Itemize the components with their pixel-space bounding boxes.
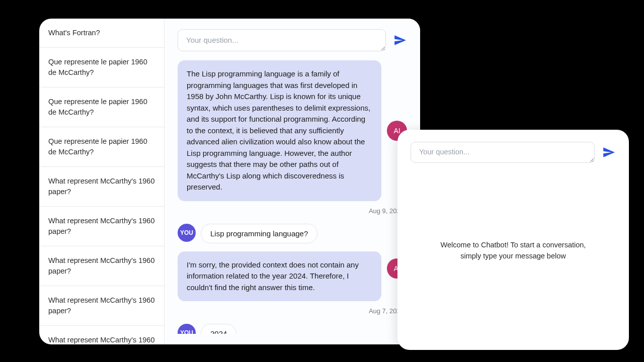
sidebar-item[interactable]: Que represente le papier 1960 de McCarth… [39,87,164,127]
user-message-bubble: Lisp programming language? [201,224,317,243]
message-timestamp: Aug 9, 2024 [178,207,407,215]
overlay-question-input[interactable] [411,142,595,163]
input-row [178,29,407,51]
user-message-row: YOU Lisp programming language? [178,224,407,243]
ai-message-bubble: I'm sorry, the provided context does not… [178,251,381,302]
user-message-bubble: 2024 [201,324,236,334]
user-badge: YOU [178,224,196,242]
ai-message-bubble: The Lisp programming language is a famil… [178,60,381,201]
send-button[interactable] [393,33,407,47]
user-badge: YOU [178,324,196,334]
sidebar-item[interactable]: What represent McCarthy's 1960 paper? [39,207,164,246]
overlay-input-row [411,142,616,163]
sidebar-item[interactable]: Que represente le papier 1960 de McCarth… [39,127,164,167]
sidebar-item[interactable]: What's Fortran? [39,19,164,48]
sidebar-item[interactable]: What represent McCarthy's 1960 paper? [39,167,164,207]
welcome-chat-card: Welcome to Chatbot! To start a conversat… [397,130,629,350]
message-timestamp: Aug 7, 2024 [178,307,407,315]
user-message-row: YOU 2024 [178,324,407,334]
sidebar-item[interactable]: What represent McCarthy's 1960 paper? [39,286,164,326]
conversation-sidebar: What's Fortran? Que represente le papier… [39,19,165,344]
ai-message-row: The Lisp programming language is a famil… [178,60,407,201]
main-chat-card: What's Fortran? Que represente le papier… [39,19,420,344]
sidebar-item[interactable]: Que represente le papier 1960 de McCarth… [39,48,164,87]
overlay-body: Welcome to Chatbot! To start a conversat… [411,163,616,338]
sidebar-item[interactable]: What represent McCarthy's 1960 paper? [39,326,164,344]
chat-scroll[interactable]: The Lisp programming language is a famil… [178,60,407,334]
question-input[interactable] [178,29,386,51]
chat-area: The Lisp programming language is a famil… [165,19,420,344]
sidebar-item[interactable]: What represent McCarthy's 1960 paper? [39,246,164,286]
overlay-send-button[interactable] [602,145,616,159]
welcome-message: Welcome to Chatbot! To start a conversat… [436,239,591,262]
ai-message-row: I'm sorry, the provided context does not… [178,251,407,302]
send-icon [602,146,615,159]
send-icon [393,34,407,47]
